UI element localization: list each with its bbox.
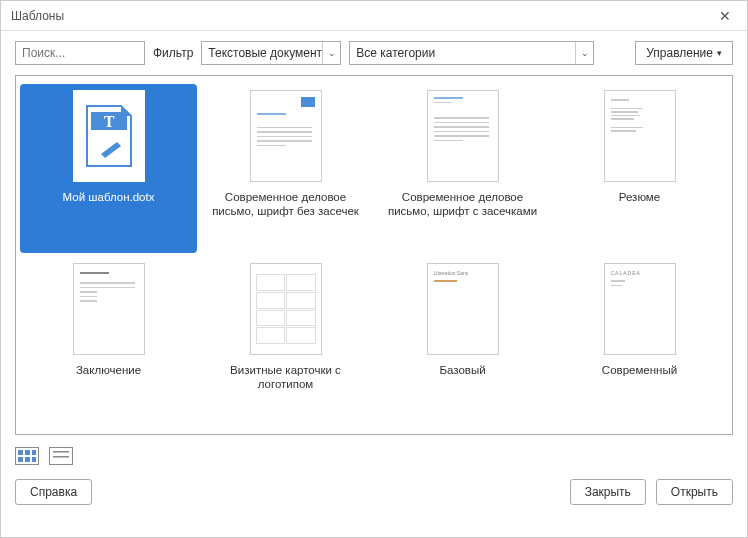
- filter-label: Фильтр: [153, 46, 193, 60]
- template-thumbnail: Liberation Sans: [427, 263, 499, 355]
- titlebar: Шаблоны ✕: [1, 1, 747, 31]
- template-tile[interactable]: Современное деловое письмо, шрифт без за…: [197, 84, 374, 253]
- open-label: Открыть: [671, 485, 718, 499]
- chevron-down-icon: ▾: [717, 48, 722, 58]
- template-label: Современное деловое письмо, шрифт с засе…: [383, 190, 543, 219]
- open-button[interactable]: Открыть: [656, 479, 733, 505]
- window-title: Шаблоны: [11, 9, 64, 23]
- template-tile[interactable]: T Мой шаблон.dotx: [20, 84, 197, 253]
- template-gallery-frame: T Мой шаблон.dotx Современное деловое пи…: [15, 75, 733, 435]
- close-icon[interactable]: ✕: [713, 4, 737, 28]
- template-thumbnail: [73, 263, 145, 355]
- template-tile[interactable]: CALADEA Современный: [551, 257, 728, 426]
- help-button[interactable]: Справка: [15, 479, 92, 505]
- template-gallery[interactable]: T Мой шаблон.dotx Современное деловое пи…: [16, 76, 732, 434]
- chevron-down-icon[interactable]: ⌄: [575, 42, 593, 64]
- footer: Справка Закрыть Открыть: [1, 465, 747, 519]
- view-mode-row: [1, 435, 747, 465]
- toolbar: Фильтр Текстовые документы ⌄ Все категор…: [1, 31, 747, 75]
- template-tile[interactable]: Заключение: [20, 257, 197, 426]
- manage-button[interactable]: Управление ▾: [635, 41, 733, 65]
- chevron-down-icon[interactable]: ⌄: [322, 42, 340, 64]
- filter-select[interactable]: Текстовые документы ⌄: [201, 41, 341, 65]
- list-view-button[interactable]: [49, 447, 73, 465]
- template-thumbnail: CALADEA: [604, 263, 676, 355]
- template-label: Резюме: [619, 190, 660, 204]
- filter-value: Текстовые документы: [202, 42, 322, 64]
- template-label: Базовый: [439, 363, 485, 377]
- template-label: Мой шаблон.dotx: [63, 190, 155, 204]
- category-value: Все категории: [350, 42, 575, 64]
- template-label: Визитные карточки с логотипом: [206, 363, 366, 392]
- template-tile[interactable]: Визитные карточки с логотипом: [197, 257, 374, 426]
- category-select[interactable]: Все категории ⌄: [349, 41, 594, 65]
- help-label: Справка: [30, 485, 77, 499]
- template-file-icon: T: [83, 104, 135, 168]
- template-thumbnail: [427, 90, 499, 182]
- search-input[interactable]: [15, 41, 145, 65]
- template-thumbnail: [250, 263, 322, 355]
- template-label: Современный: [602, 363, 677, 377]
- template-tile[interactable]: Резюме: [551, 84, 728, 253]
- manage-label: Управление: [646, 46, 713, 60]
- template-thumbnail: [604, 90, 676, 182]
- svg-text:T: T: [103, 113, 114, 130]
- thumbnail-view-button[interactable]: [15, 447, 39, 465]
- template-label: Заключение: [76, 363, 141, 377]
- template-label: Современное деловое письмо, шрифт без за…: [206, 190, 366, 219]
- template-tile[interactable]: Liberation Sans Базовый: [374, 257, 551, 426]
- template-tile[interactable]: Современное деловое письмо, шрифт с засе…: [374, 84, 551, 253]
- template-thumbnail: T: [73, 90, 145, 182]
- close-label: Закрыть: [585, 485, 631, 499]
- template-thumbnail: [250, 90, 322, 182]
- close-button[interactable]: Закрыть: [570, 479, 646, 505]
